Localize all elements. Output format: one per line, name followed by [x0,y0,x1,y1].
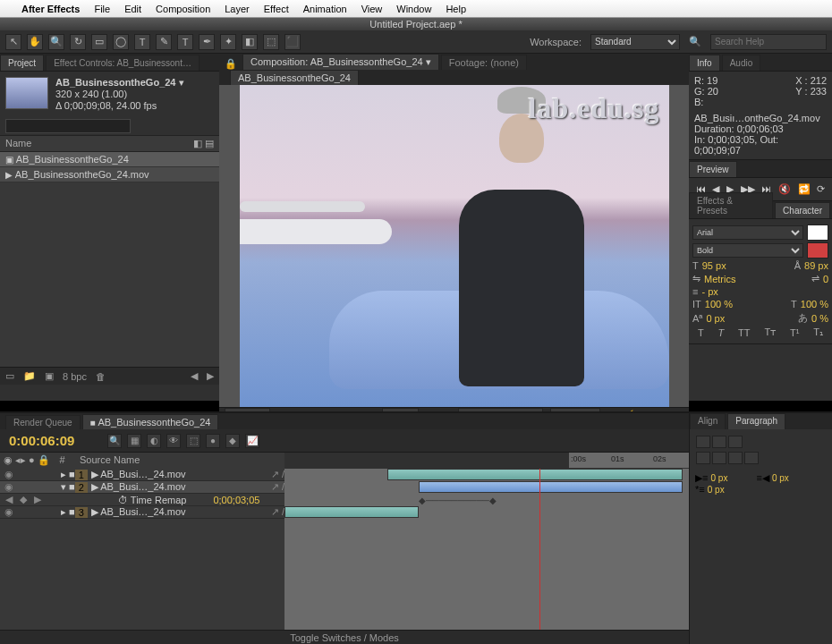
menu-help[interactable]: Help [446,4,466,14]
metrics-value[interactable]: Metrics [704,274,735,284]
faux-bold-icon[interactable]: T [698,327,704,338]
menu-layer[interactable]: Layer [225,4,250,14]
tab-info[interactable]: Info [689,55,720,71]
layer-bar-1[interactable] [387,469,683,480]
eraser-tool-icon[interactable]: ◧ [242,34,258,50]
kerning-value[interactable]: 0 [823,274,828,284]
stroke-swatch[interactable] [807,242,828,258]
menu-effect[interactable]: Effect [264,4,289,14]
timeline-tracks[interactable]: ◆──────────◆ [284,469,689,630]
roto-tool-icon[interactable]: ⬚ [263,34,279,50]
align-left-icon[interactable] [696,436,710,448]
hide-shy-icon[interactable]: 👁 [166,434,181,448]
time-ruler[interactable]: :00s 01s 02s 03s 04s 05s 06s 07s 08s 09s [569,453,689,469]
interpret-footage-icon[interactable]: ▭ [5,370,14,382]
font-style-select[interactable]: Bold [692,243,803,258]
scroll-left-icon[interactable]: ◀ [191,370,198,382]
project-col-name[interactable]: Name [5,138,31,149]
brainstorm-icon[interactable]: ◆ [225,434,240,448]
frame-blend-icon[interactable]: ⬚ [186,434,200,448]
loop-icon[interactable]: 🔁 [798,183,811,195]
new-folder-icon[interactable]: 📁 [23,370,36,382]
tsume-value[interactable]: 0 % [811,313,828,324]
justify-right-icon[interactable] [728,452,743,464]
leading-value[interactable]: 89 px [804,260,828,271]
font-family-select[interactable]: Arial [692,225,803,240]
project-item-comp[interactable]: ▣ AB_BusinessontheGo_24 [0,152,219,167]
justify-all-icon[interactable] [744,452,759,464]
superscript-icon[interactable]: T¹ [790,327,799,338]
project-search-input[interactable] [5,119,131,133]
motion-blur-icon[interactable]: ● [206,434,220,448]
menu-animation[interactable]: Animation [303,4,347,14]
rotate-tool-icon[interactable]: ↻ [70,34,86,50]
selection-tool-icon[interactable]: ↖ [5,34,21,50]
source-name-header[interactable]: Source Name [80,454,140,465]
font-size-value[interactable]: 95 px [702,260,726,271]
brush-tool-icon[interactable]: ✒ [199,34,215,50]
indent-right-value[interactable]: 0 px [772,473,789,483]
tab-align[interactable]: Align [690,413,726,429]
fill-swatch[interactable] [807,225,828,241]
justify-left-icon[interactable] [696,452,710,464]
clone-tool-icon[interactable]: ✦ [220,34,236,50]
project-bpc[interactable]: 8 bpc [63,371,87,382]
tab-render-queue[interactable]: Render Queue [5,415,81,429]
hscale-value[interactable]: 100 % [801,299,828,309]
graph-editor-icon[interactable]: 📈 [245,434,259,448]
delete-icon[interactable]: 🗑 [96,371,106,382]
layer-bar-3[interactable] [284,506,419,518]
menu-edit[interactable]: Edit [124,4,141,14]
tab-composition-viewer[interactable]: Composition: AB_BusinessontheGo_24 ▾ [242,54,439,70]
puppet-tool-icon[interactable]: ⬛ [284,34,301,50]
menu-window[interactable]: Window [396,4,431,14]
time-remap-value[interactable]: 0;00;03;05 [213,495,259,505]
camera-tool-icon[interactable]: ▭ [91,34,107,50]
project-list[interactable]: ▣ AB_BusinessontheGo_24 ▶ AB_Businessont… [0,152,219,367]
draft3d-icon[interactable]: ◐ [147,434,161,448]
menu-view[interactable]: View [361,4,383,14]
baseline-value[interactable]: 0 px [706,313,725,324]
subscript-icon[interactable]: T₁ [813,326,823,338]
ram-preview-icon[interactable]: ⟳ [817,183,825,195]
tab-character[interactable]: Character [775,202,830,218]
layer-row-2[interactable]: ◉ ▾ ■2 ▶ AB_Busi…_24.mov↗ / [0,481,284,494]
tab-footage-viewer[interactable]: Footage: (none) [441,55,527,70]
tab-effects-presets[interactable]: Effects & Presets [689,192,773,218]
layer-row-1[interactable]: ◉ ▸ ■1 ▶ AB_Busi…_24.mov↗ / [0,469,284,481]
scroll-right-icon[interactable]: ▶ [207,370,214,382]
toggle-switches-button[interactable]: Toggle Switches / Modes [290,632,399,643]
paragraph-align-icons[interactable] [695,435,760,467]
tab-project[interactable]: Project [0,55,44,71]
composition-mini-flowchart-icon[interactable]: ▦ [127,434,141,448]
time-remap-row[interactable]: ◀◆▶ ⏱ Time Remap 0;00;03;05 [0,494,284,506]
align-right-icon[interactable] [728,436,743,448]
vscale-value[interactable]: 100 % [705,299,733,309]
new-comp-icon[interactable]: ▣ [45,370,54,382]
indent-left-value[interactable]: 0 px [710,473,727,483]
tab-timeline-comp[interactable]: ■ AB_BusinessontheGo_24 [82,414,219,429]
tab-paragraph[interactable]: Paragraph [727,413,785,429]
text-tool-icon[interactable]: T [177,34,193,50]
hand-tool-icon[interactable]: ✋ [27,34,43,50]
project-col-type-icon[interactable]: ◧ ▤ [193,138,214,149]
tab-audio[interactable]: Audio [722,55,761,71]
pan-behind-tool-icon[interactable]: ◯ [113,34,129,50]
help-search-input[interactable] [710,34,827,50]
tab-effect-controls[interactable]: Effect Controls: AB_Businessont… [46,55,200,71]
allcaps-icon[interactable]: TT [738,327,750,338]
tl-search-icon[interactable]: 🔍 [107,434,122,448]
faux-italic-icon[interactable]: T [718,327,725,338]
smallcaps-icon[interactable]: Tᴛ [764,326,776,338]
tab-preview[interactable]: Preview [689,161,737,177]
project-item-footage[interactable]: ▶ AB_BusinessontheGo_24.mov [0,167,219,182]
rect-tool-icon[interactable]: T [134,34,150,50]
mute-icon[interactable]: 🔇 [778,183,791,195]
lock-icon[interactable]: 🔒 [225,58,237,70]
indent-first-value[interactable]: 0 px [708,485,725,495]
zoom-tool-icon[interactable]: 🔍 [48,34,64,50]
layer-bar-2[interactable] [419,481,683,493]
workspace-select[interactable]: Standard [590,34,680,50]
menu-file[interactable]: File [94,4,110,14]
align-center-icon[interactable] [712,436,726,448]
